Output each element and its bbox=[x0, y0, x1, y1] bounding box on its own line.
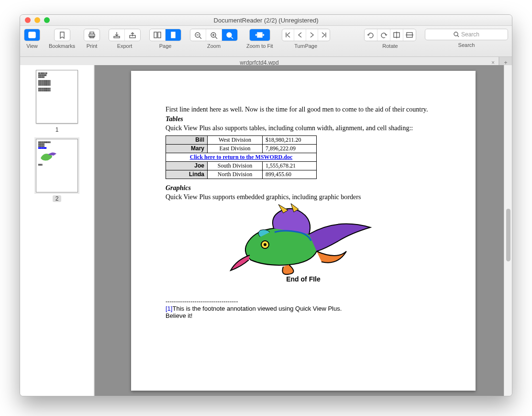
table-row: Linda North Division 899,455.60 bbox=[166, 170, 317, 179]
footnote-text: This is the footnote annotation viewed u… bbox=[172, 305, 342, 312]
thumb-1-wrap[interactable]: ██ ████ ████████████████████████████████… bbox=[20, 70, 94, 133]
close-window-button[interactable] bbox=[25, 17, 31, 23]
titlebar: DocumentReader (2/2) (Unregistered) bbox=[20, 15, 512, 26]
rotate-group: Rotate bbox=[364, 29, 416, 49]
window-title: DocumentReader (2/2) (Unregistered) bbox=[20, 17, 512, 24]
view-label: View bbox=[26, 43, 38, 49]
printer-icon bbox=[88, 31, 96, 39]
thumb-1-label: 1 bbox=[55, 126, 59, 133]
vertical-scrollbar-thumb[interactable] bbox=[506, 209, 510, 261]
content-area: ██ ████ ████████████████████████████████… bbox=[20, 65, 512, 396]
zoom-out-icon bbox=[194, 31, 202, 39]
end-of-file: End of FIle bbox=[166, 275, 441, 284]
rotate-cw-icon bbox=[379, 31, 388, 39]
bookmarks-button[interactable] bbox=[55, 29, 70, 41]
footnote-rule: ----------------------------------- bbox=[166, 298, 441, 305]
download-icon bbox=[112, 31, 121, 39]
share-icon bbox=[128, 31, 137, 39]
page-single-button[interactable] bbox=[166, 29, 181, 41]
graphics-heading: Graphics bbox=[166, 184, 441, 192]
traffic-lights bbox=[20, 17, 50, 23]
turnpage-group: TurnPage bbox=[282, 29, 330, 49]
thumbnail-2[interactable]: ████████████████████████████████████ bbox=[36, 139, 78, 192]
search-label: Search bbox=[458, 42, 475, 48]
thumbnail-1[interactable]: ██ ████ ████████████████████████████████… bbox=[36, 70, 78, 124]
rotate-label: Rotate bbox=[382, 43, 398, 49]
dragon-graphic bbox=[227, 203, 380, 275]
first-page-button[interactable] bbox=[282, 29, 294, 41]
prev-page-button[interactable] bbox=[294, 29, 306, 41]
body-text: First line indent here as well. Now is t… bbox=[166, 105, 441, 114]
minimize-window-button[interactable] bbox=[34, 17, 40, 23]
body-text: Quick View Plus supports embedded graphi… bbox=[166, 193, 441, 202]
search-placeholder: Search bbox=[461, 31, 479, 38]
turnpage-label: TurnPage bbox=[294, 43, 317, 49]
svg-rect-22 bbox=[257, 33, 262, 37]
app-window: DocumentReader (2/2) (Unregistered) View… bbox=[20, 14, 512, 396]
document-viewer[interactable]: First line indent here as well. Now is t… bbox=[94, 65, 512, 396]
export-group: Export bbox=[109, 29, 141, 49]
svg-rect-11 bbox=[158, 32, 161, 38]
prev-icon bbox=[296, 31, 304, 39]
magnifier-icon bbox=[225, 31, 234, 39]
view-group: View bbox=[24, 29, 40, 49]
last-page-button[interactable] bbox=[318, 29, 330, 41]
view-button[interactable] bbox=[24, 29, 40, 41]
footnote-text: Believe it! bbox=[166, 312, 441, 319]
zoom-label: Zoom bbox=[207, 43, 221, 49]
zoom-actual-button[interactable] bbox=[222, 29, 237, 41]
zoom-in-icon bbox=[210, 31, 218, 39]
svg-point-27 bbox=[454, 32, 458, 36]
last-icon bbox=[320, 31, 328, 39]
tables-heading: Tables bbox=[166, 115, 441, 124]
table-row: Joe South Division 1,555,678.21 bbox=[166, 161, 317, 170]
print-label: Print bbox=[87, 43, 98, 49]
svg-point-30 bbox=[264, 243, 266, 246]
thumbnail-sidebar[interactable]: ██ ████ ████████████████████████████████… bbox=[20, 65, 94, 396]
search-input[interactable]: Search bbox=[425, 29, 508, 40]
first-icon bbox=[284, 31, 292, 39]
single-page-icon bbox=[169, 31, 177, 39]
svg-rect-6 bbox=[90, 32, 94, 34]
export-save-button[interactable] bbox=[109, 29, 125, 41]
rotate-cw-button[interactable] bbox=[377, 29, 390, 41]
zoom-out-button[interactable] bbox=[190, 29, 206, 41]
bookmarks-group: Bookmarks bbox=[49, 29, 75, 49]
export-label: Export bbox=[117, 43, 133, 49]
page-facing-button[interactable] bbox=[150, 29, 166, 41]
svg-rect-10 bbox=[154, 32, 157, 38]
flip-v-icon bbox=[405, 31, 414, 39]
bookmark-icon bbox=[58, 31, 66, 39]
fit-width-icon bbox=[254, 31, 266, 39]
search-icon bbox=[454, 32, 459, 37]
next-icon bbox=[308, 31, 316, 39]
zoom-in-button[interactable] bbox=[206, 29, 222, 41]
svg-line-21 bbox=[231, 37, 233, 39]
zoom-to-fit-button[interactable] bbox=[250, 29, 270, 41]
svg-line-28 bbox=[457, 35, 459, 37]
body-text: Quick View Plus also supports tables, in… bbox=[166, 124, 441, 133]
svg-rect-8 bbox=[114, 36, 120, 38]
print-button[interactable] bbox=[84, 29, 100, 41]
zoom-group: Zoom bbox=[190, 29, 238, 49]
thumb-2-wrap[interactable]: ████████████████████████████████████ 2 bbox=[20, 139, 94, 202]
msword-link[interactable]: Click here to return to the MSWORD.doc bbox=[166, 153, 317, 161]
next-page-button[interactable] bbox=[306, 29, 318, 41]
table-link-row: Click here to return to the MSWORD.doc bbox=[166, 153, 317, 161]
rotate-ccw-icon bbox=[366, 31, 375, 39]
footnote-ref: [1] bbox=[166, 305, 172, 312]
table-row: Mary East Division 7,896,222.09 bbox=[166, 144, 317, 153]
page-2: First line indent here as well. Now is t… bbox=[131, 71, 476, 391]
flip-h-button[interactable] bbox=[390, 29, 403, 41]
svg-line-17 bbox=[215, 37, 217, 39]
two-page-icon bbox=[153, 31, 162, 39]
export-share-button[interactable] bbox=[125, 29, 140, 41]
flip-h-icon bbox=[392, 31, 401, 39]
print-group: Print bbox=[84, 29, 100, 49]
zoom-window-button[interactable] bbox=[44, 17, 50, 23]
search-group: Search Search bbox=[425, 29, 508, 48]
flip-v-button[interactable] bbox=[403, 29, 416, 41]
page-group: Page bbox=[149, 29, 181, 49]
rotate-ccw-button[interactable] bbox=[365, 29, 377, 41]
page-label: Page bbox=[159, 43, 172, 49]
